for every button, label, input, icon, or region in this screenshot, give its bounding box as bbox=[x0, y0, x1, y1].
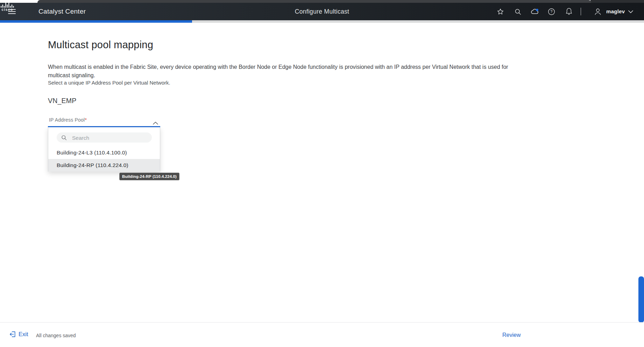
review-link[interactable]: Review bbox=[502, 332, 521, 338]
search-icon[interactable] bbox=[514, 7, 522, 16]
workflow-progress-track bbox=[0, 20, 644, 23]
browser-window-edge bbox=[590, 0, 644, 3]
user-avatar-icon[interactable] bbox=[594, 7, 602, 16]
workflow-title: Configure Multicast bbox=[295, 8, 349, 15]
page-description: When multicast is enabled in the Fabric … bbox=[48, 63, 562, 80]
user-chevron-down-icon[interactable] bbox=[628, 7, 634, 16]
menu-icon[interactable] bbox=[8, 7, 16, 16]
favorites-star-icon[interactable] bbox=[496, 7, 504, 16]
footer-bar: Exit All changes saved Review Back Next bbox=[0, 322, 644, 347]
dropdown-search[interactable] bbox=[57, 132, 152, 143]
cloud-status-icon[interactable] bbox=[531, 7, 539, 16]
product-title: Catalyst Center bbox=[38, 8, 86, 15]
required-asterisk: * bbox=[85, 117, 87, 123]
option-tooltip: Building-24-RP (110.4.224.0) bbox=[119, 173, 179, 180]
app-header: cisco Catalyst Center Configure Multicas… bbox=[0, 3, 644, 20]
page-description-line1: When multicast is enabled in the Fabric … bbox=[48, 64, 508, 70]
search-magnifier-icon bbox=[61, 135, 67, 140]
page-description-line2: multicast signaling. bbox=[48, 72, 95, 78]
notifications-bell-icon[interactable] bbox=[565, 7, 573, 16]
page-title: Multicast pool mapping bbox=[48, 39, 153, 51]
screen: cisco Catalyst Center Configure Multicas… bbox=[0, 0, 644, 347]
exit-label: Exit bbox=[19, 331, 28, 338]
header-divider bbox=[581, 8, 581, 15]
pool-option-building-24-rp[interactable]: Building-24-RP (110.4.224.0) bbox=[48, 159, 160, 172]
chevron-up-icon[interactable] bbox=[153, 120, 158, 126]
svg-text:?: ? bbox=[550, 9, 552, 14]
exit-door-icon bbox=[9, 331, 16, 338]
scrollbar-thumb[interactable] bbox=[638, 276, 644, 323]
username-label[interactable]: maglev bbox=[606, 8, 625, 14]
workflow-progress-fill bbox=[0, 20, 192, 23]
virtual-network-name: VN_EMP bbox=[48, 97, 76, 105]
dropdown-search-input[interactable] bbox=[71, 133, 148, 143]
browser-tab-edge bbox=[37, 0, 591, 3]
ip-pool-dropdown: Building-24-L3 (110.4.100.0) Building-24… bbox=[48, 127, 160, 172]
exit-button[interactable]: Exit bbox=[9, 331, 28, 338]
ip-pool-field-label: IP Address Pool* bbox=[49, 117, 87, 123]
browser-top-strip bbox=[0, 0, 644, 3]
pool-option-building-24-l3[interactable]: Building-24-L3 (110.4.100.0) bbox=[48, 146, 160, 159]
page-instruction: Select a unique IP Address Pool per Virt… bbox=[48, 80, 170, 86]
help-icon[interactable]: ? bbox=[547, 7, 555, 16]
save-status-text: All changes saved bbox=[36, 333, 76, 338]
ip-pool-label-text: IP Address Pool bbox=[49, 117, 85, 123]
